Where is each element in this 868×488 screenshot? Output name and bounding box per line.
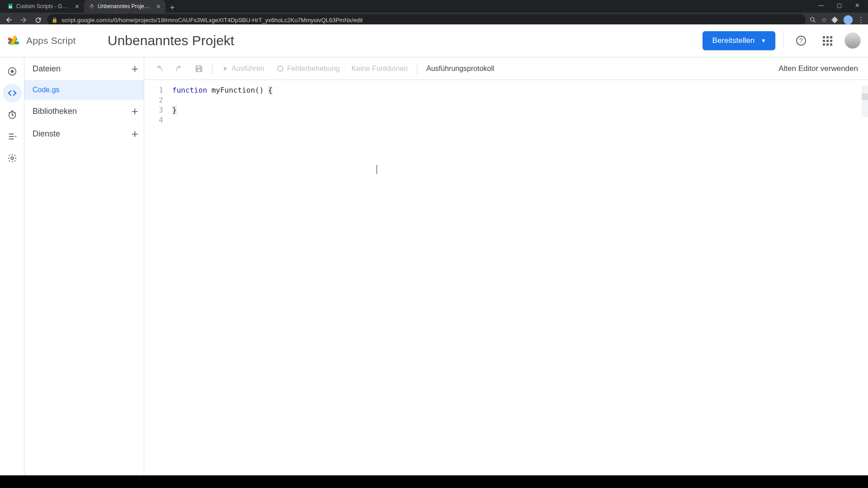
apps-script-favicon: [89, 3, 95, 9]
svg-point-8: [811, 18, 814, 21]
svg-point-5: [91, 4, 93, 6]
tab-title: Unbenanntes Projekt - Projekt-E: [98, 3, 151, 9]
browser-tab[interactable]: Custom Scripts - Google Tabellen ✕: [3, 0, 84, 13]
new-tab-button[interactable]: +: [165, 3, 179, 13]
svg-point-4: [90, 5, 91, 7]
chrome-profile-avatar[interactable]: [843, 15, 853, 24]
maximize-button[interactable]: ▢: [830, 0, 848, 11]
zoom-icon[interactable]: [809, 16, 816, 23]
close-icon[interactable]: ✕: [75, 3, 80, 10]
extensions-icon[interactable]: [831, 16, 839, 23]
url-input[interactable]: 🔒 script.google.com/u/0/home/projects/19…: [47, 14, 806, 24]
reload-button[interactable]: [33, 14, 43, 24]
window-controls: — ▢ ✕: [812, 0, 866, 11]
url-text: script.google.com/u/0/home/projects/19Ir…: [61, 17, 363, 23]
forward-button[interactable]: [18, 14, 29, 24]
close-icon[interactable]: ✕: [156, 3, 161, 10]
sheets-favicon: [7, 3, 14, 9]
svg-point-6: [92, 5, 94, 7]
svg-point-7: [91, 7, 93, 9]
minimize-button[interactable]: —: [812, 0, 830, 11]
address-bar: 🔒 script.google.com/u/0/home/projects/19…: [0, 13, 868, 24]
lock-icon: 🔒: [52, 17, 58, 23]
close-window-button[interactable]: ✕: [848, 0, 866, 11]
tab-title: Custom Scripts - Google Tabellen: [16, 3, 70, 9]
star-icon[interactable]: ☆: [821, 16, 827, 24]
svg-rect-3: [10, 6, 11, 8]
back-button[interactable]: [4, 14, 14, 24]
tab-strip: Custom Scripts - Google Tabellen ✕ Unben…: [0, 0, 868, 13]
svg-line-9: [814, 21, 815, 22]
browser-tab[interactable]: Unbenanntes Projekt - Projekt-E ✕: [84, 0, 165, 13]
browser-chrome: Custom Scripts - Google Tabellen ✕ Unben…: [0, 0, 868, 24]
chrome-menu-icon[interactable]: ⋮: [858, 16, 864, 24]
